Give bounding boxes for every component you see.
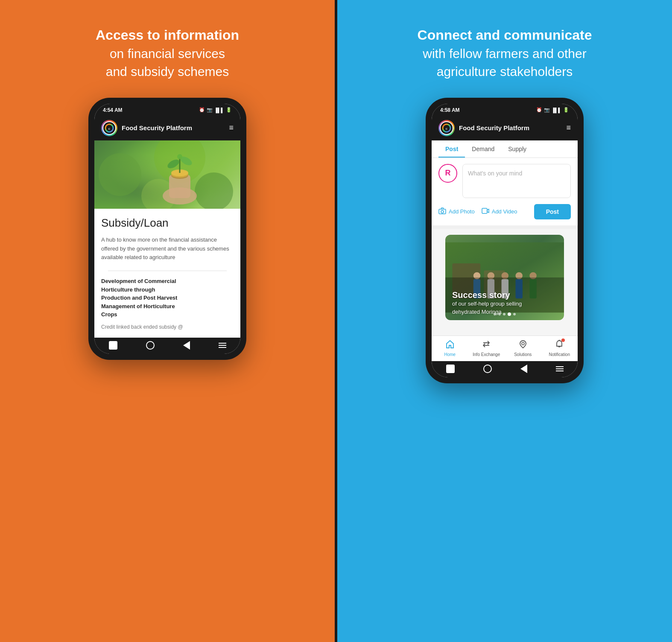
- svg-point-34: [522, 342, 524, 345]
- right-nav-circle[interactable]: [483, 365, 492, 373]
- notifications-icon: [555, 339, 564, 351]
- info-exchange-icon: [482, 339, 491, 351]
- left-nav-square[interactable]: [109, 341, 117, 350]
- right-panel-title: Connect and communicate with fellow farm…: [392, 26, 618, 81]
- right-bottom-nav: [432, 361, 578, 377]
- nav-notifications[interactable]: Notification: [541, 339, 578, 357]
- nav-solutions-label: Solutions: [514, 352, 532, 357]
- svg-rect-19: [482, 208, 487, 213]
- subsidy-list-item-1: Development of Commercial: [101, 277, 234, 286]
- left-hero-image: [94, 140, 240, 209]
- left-app-header: C Food Security Platform ≡: [94, 116, 240, 140]
- solutions-icon: [518, 339, 528, 351]
- left-title-bold: Access to information: [96, 26, 239, 45]
- story-dots: [494, 312, 516, 316]
- right-phone-inner: 4:58 AM ⏰ 📷 ▐▌▌ 🔋: [432, 104, 578, 377]
- nav-info-exchange[interactable]: Info Exchange: [468, 339, 505, 357]
- home-icon: [445, 339, 455, 351]
- right-app-header: C Food Security Platform ≡: [432, 116, 578, 140]
- tab-supply[interactable]: Supply: [501, 140, 533, 158]
- left-status-bar: 4:54 AM ⏰ 📷 ▐▌▌ 🔋: [94, 104, 240, 116]
- subsidy-title: Subsidy/Loan: [101, 216, 234, 230]
- user-avatar: R: [438, 164, 457, 183]
- left-phone-frame: 4:54 AM ⏰ 📷 ▐▌▌ 🔋: [88, 98, 246, 360]
- story-title: Success story: [452, 290, 522, 300]
- nav-home-label: Home: [444, 352, 456, 357]
- post-area: R What's on your mind: [432, 158, 578, 204]
- add-photo-label: Add Photo: [449, 208, 475, 215]
- post-input-box[interactable]: What's on your mind: [462, 164, 571, 198]
- hero-svg: [94, 140, 240, 209]
- svg-point-18: [441, 210, 444, 213]
- left-hamburger-icon[interactable]: ≡: [229, 123, 234, 132]
- svg-text:C: C: [108, 127, 111, 130]
- tab-post[interactable]: Post: [438, 140, 465, 158]
- left-nav-circle[interactable]: [146, 341, 155, 350]
- post-actions: Add Photo Add Video Post: [432, 204, 578, 225]
- add-photo-button[interactable]: Add Photo: [438, 207, 475, 216]
- dot-1: [494, 313, 496, 315]
- add-video-label: Add Video: [492, 208, 517, 215]
- covestro-logo-right: C: [438, 120, 455, 136]
- left-status-icons: ⏰ 📷 ▐▌▌ 🔋: [199, 107, 232, 113]
- right-phone-frame: 4:58 AM ⏰ 📷 ▐▌▌ 🔋: [426, 98, 584, 383]
- right-nav-square[interactable]: [446, 365, 455, 373]
- subsidy-list-item-3: Production and Post Harvest: [101, 294, 234, 302]
- dot-5: [513, 313, 516, 315]
- right-title-bold: Connect and communicate: [418, 26, 592, 45]
- left-nav-back[interactable]: [183, 341, 190, 350]
- section-divider: [432, 225, 578, 229]
- left-app-title: Food Security Platform: [122, 124, 225, 131]
- left-title-normal: on financial servicesand subsidy schemes: [106, 47, 229, 79]
- dot-4-active: [508, 312, 511, 316]
- left-phone-inner: 4:54 AM ⏰ 📷 ▐▌▌ 🔋: [94, 104, 240, 354]
- subsidy-list-item-5: Crops: [101, 310, 234, 319]
- story-section: Success story of our self-help group sel…: [432, 229, 578, 336]
- left-bottom-nav: [94, 338, 240, 354]
- right-status-bar: 4:58 AM ⏰ 📷 ▐▌▌ 🔋: [432, 104, 578, 116]
- dot-3: [503, 313, 505, 315]
- subsidy-list: Development of Commercial Horticulture t…: [101, 271, 234, 330]
- svg-point-2: [99, 153, 141, 196]
- left-panel: Access to information on financial servi…: [0, 0, 335, 642]
- post-submit-button[interactable]: Post: [534, 204, 571, 219]
- nav-home[interactable]: Home: [432, 339, 468, 357]
- post-placeholder: What's on your mind: [468, 170, 522, 177]
- left-content-body: Subsidy/Loan A hub to know more on the f…: [94, 209, 240, 338]
- nav-solutions[interactable]: Solutions: [505, 339, 541, 357]
- subsidy-credit: Credit linked back ended subsidy @: [101, 324, 234, 330]
- right-panel: Connect and communicate with fellow farm…: [337, 0, 672, 642]
- subsidy-list-item-2: Horticulture through: [101, 286, 234, 294]
- right-status-time: 4:58 AM: [440, 107, 460, 113]
- right-nav-menu[interactable]: [556, 366, 564, 371]
- nav-notifications-label: Notification: [549, 352, 570, 357]
- story-card[interactable]: Success story of our self-help group sel…: [445, 235, 564, 320]
- svg-point-14: [177, 154, 182, 159]
- nav-info-exchange-label: Info Exchange: [473, 352, 500, 357]
- camera-icon: [438, 207, 446, 216]
- right-hamburger-icon[interactable]: ≡: [566, 123, 571, 132]
- left-panel-title: Access to information on financial servi…: [70, 26, 265, 81]
- app-bottom-nav: Home Info Exchange: [432, 336, 578, 361]
- tab-demand[interactable]: Demand: [465, 140, 501, 158]
- add-video-button[interactable]: Add Video: [482, 208, 517, 216]
- left-nav-menu[interactable]: [219, 343, 226, 348]
- tabs-bar: Post Demand Supply: [432, 140, 578, 158]
- right-title-normal: with fellow farmers and otheragriculture…: [423, 47, 587, 79]
- dot-2: [498, 313, 501, 315]
- video-icon: [482, 208, 489, 216]
- svg-text:C: C: [446, 127, 448, 130]
- covestro-logo-left: C: [101, 120, 117, 136]
- notification-badge-dot: [561, 339, 565, 342]
- left-status-time: 4:54 AM: [103, 107, 123, 113]
- right-nav-back[interactable]: [520, 365, 527, 373]
- right-status-icons: ⏰ 📷 ▐▌▌ 🔋: [536, 107, 569, 113]
- right-app-title: Food Security Platform: [459, 124, 562, 131]
- svg-point-4: [195, 172, 233, 209]
- subsidy-list-item-4: Management of Horticulture: [101, 302, 234, 311]
- subsidy-description: A hub to know more on the financial assi…: [101, 236, 234, 262]
